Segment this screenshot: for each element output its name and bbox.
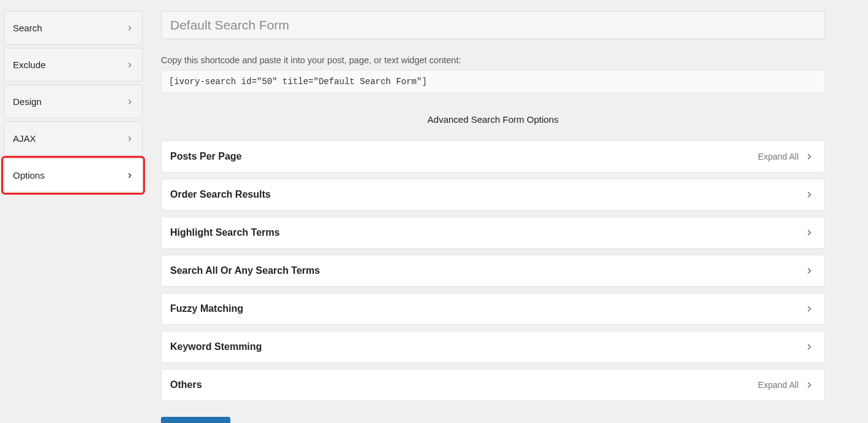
tab-label: AJAX bbox=[13, 133, 36, 144]
chevron-right-icon bbox=[805, 266, 813, 275]
panel-keyword-stemming[interactable]: Keyword Stemming bbox=[161, 331, 825, 363]
tab-options[interactable]: Options bbox=[4, 158, 143, 192]
tab-exclude[interactable]: Exclude bbox=[4, 48, 143, 82]
form-title-input[interactable] bbox=[161, 11, 825, 39]
tab-label: Options bbox=[13, 170, 45, 180]
expand-all-link[interactable]: Expand All bbox=[758, 380, 799, 390]
tab-label: Exclude bbox=[13, 60, 45, 70]
save-button[interactable]: Save Form bbox=[161, 417, 230, 423]
chevron-right-icon bbox=[805, 381, 813, 389]
panel-posts-per-page[interactable]: Posts Per Page Expand All bbox=[161, 141, 825, 173]
panel-label: Others bbox=[170, 379, 202, 390]
chevron-right-icon bbox=[126, 61, 133, 69]
chevron-right-icon bbox=[805, 305, 813, 313]
panel-order-search-results[interactable]: Order Search Results bbox=[161, 179, 825, 211]
chevron-right-icon bbox=[126, 25, 133, 32]
panel-label: Highlight Search Terms bbox=[170, 227, 280, 238]
panel-label: Fuzzy Matching bbox=[170, 303, 243, 314]
chevron-right-icon bbox=[805, 343, 813, 351]
chevron-right-icon bbox=[805, 190, 813, 199]
panel-search-all-or-any[interactable]: Search All Or Any Search Terms bbox=[161, 255, 825, 287]
panel-others[interactable]: Others Expand All bbox=[161, 369, 825, 401]
chevron-right-icon bbox=[126, 98, 133, 106]
panel-label: Order Search Results bbox=[170, 189, 271, 200]
panel-label: Posts Per Page bbox=[170, 151, 242, 162]
main-content: Copy this shortcode and paste it into yo… bbox=[143, 0, 868, 423]
section-heading: Advanced Search Form Options bbox=[161, 114, 825, 125]
panel-label: Search All Or Any Search Terms bbox=[170, 265, 320, 276]
panel-label: Keyword Stemming bbox=[170, 341, 262, 352]
tab-design[interactable]: Design bbox=[4, 85, 143, 118]
chevron-right-icon bbox=[126, 135, 133, 142]
chevron-right-icon bbox=[126, 172, 133, 179]
tab-ajax[interactable]: AJAX bbox=[4, 122, 143, 155]
tab-search[interactable]: Search bbox=[4, 11, 143, 45]
tab-label: Design bbox=[13, 96, 42, 107]
panel-highlight-search-terms[interactable]: Highlight Search Terms bbox=[161, 217, 825, 249]
panel-fuzzy-matching[interactable]: Fuzzy Matching bbox=[161, 293, 825, 325]
shortcode-hint: Copy this shortcode and paste it into yo… bbox=[161, 55, 825, 65]
shortcode-box[interactable]: [ivory-search id="50" title="Default Sea… bbox=[161, 70, 825, 93]
tab-label: Search bbox=[13, 23, 42, 33]
chevron-right-icon bbox=[805, 152, 813, 161]
chevron-right-icon bbox=[805, 228, 813, 237]
expand-all-link[interactable]: Expand All bbox=[758, 152, 799, 161]
settings-tabs: Search Exclude Design AJAX Options bbox=[0, 0, 143, 423]
